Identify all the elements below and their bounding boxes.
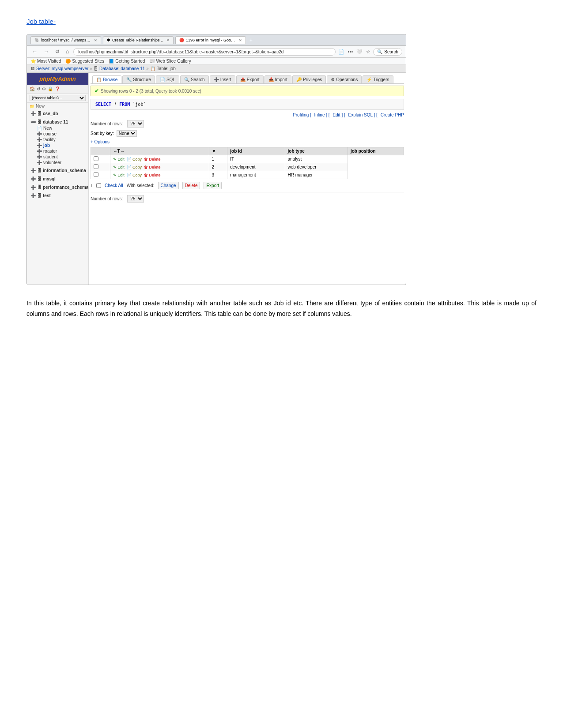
recent-tables-select[interactable]: (Recent tables)...	[30, 95, 86, 101]
col-sort[interactable]: ▼	[209, 147, 227, 155]
profiling-link[interactable]: Profiling	[293, 113, 309, 117]
star-icon[interactable]: ☆	[366, 49, 370, 55]
inline-link[interactable]: Inline	[314, 113, 325, 117]
tab-export[interactable]: 📤 Export	[236, 75, 264, 83]
home-button[interactable]: ⌂	[64, 48, 71, 56]
db-csv[interactable]: ➕ 🗄 csv_db	[27, 109, 88, 118]
db-table-job[interactable]: ➕ job	[35, 143, 87, 148]
bookmark-most-visited[interactable]: ⭐ Most Visited	[30, 59, 61, 64]
bottom-rows-select[interactable]: 25	[127, 195, 144, 203]
sidebar-lock-icon[interactable]: 🔒	[48, 86, 53, 91]
options-link[interactable]: + Options	[91, 139, 404, 144]
db-mysql-icon: 🗄	[37, 176, 42, 181]
menu-icon[interactable]: •••	[348, 49, 353, 54]
tab-browse[interactable]: 📋 Browse	[92, 75, 121, 83]
address-bar[interactable]	[73, 48, 336, 56]
edit-btn-2[interactable]: ✎ Edit	[113, 173, 125, 177]
db-table-course[interactable]: ➕ course	[35, 131, 87, 137]
sidebar-settings-icon[interactable]: ⚙	[42, 86, 46, 91]
sql-keyword-from: FROM	[119, 102, 130, 107]
db-performance[interactable]: ➕ 🗄 performance_schema	[27, 183, 88, 191]
edit-link[interactable]: Edit	[333, 113, 340, 117]
row-checkbox-2[interactable]	[91, 171, 110, 179]
tab-close-localhost[interactable]: ✕	[94, 38, 97, 42]
db-info-label: information_schema	[43, 168, 86, 173]
tab-sql[interactable]: 📄 SQL	[156, 75, 179, 83]
db-test[interactable]: ➕ 🗄 test	[27, 191, 88, 200]
delete-btn-2[interactable]: 🗑 Delete	[144, 173, 161, 177]
create-php-link[interactable]: Create PHP	[381, 113, 404, 117]
back-button[interactable]: ←	[30, 48, 39, 56]
tab-close-error[interactable]: ✕	[239, 38, 242, 42]
tab-label-error: 1196 error in mysql - Google S	[186, 38, 237, 42]
favorite-icon[interactable]: 🤍	[356, 49, 363, 55]
browser-search-box[interactable]: 🔍 Search	[373, 48, 402, 56]
db-database11-header[interactable]: ➖ 🗄 database 11	[29, 119, 87, 125]
tab-add-button[interactable]: +	[249, 37, 253, 43]
db-table-facility[interactable]: ➕ facility	[35, 137, 87, 143]
export-button[interactable]: Export	[204, 182, 222, 189]
breadcrumb-server-link[interactable]: Server: mysql.wampserver	[36, 66, 88, 71]
forward-button[interactable]: →	[42, 48, 51, 56]
bookmark-web-slice[interactable]: 📰 Web Slice Gallery	[149, 59, 191, 64]
breadcrumb-db-link[interactable]: Database: database 11	[99, 66, 145, 71]
tab-label-localhost: localhost / mysql / wampserver	[41, 38, 92, 42]
tab-localhost[interactable]: 🐘 localhost / mysql / wampserver ✕	[30, 36, 101, 44]
db-table-volunteer[interactable]: ➕ volunteer	[35, 160, 87, 165]
delete-btn-1[interactable]: 🗑 Delete	[144, 165, 161, 169]
bookmark-icon[interactable]: 📄	[338, 49, 344, 55]
tab-search[interactable]: 🔍 Search	[180, 75, 209, 83]
table-student-label: student	[43, 154, 58, 159]
db-csv-icon: 🗄	[37, 111, 42, 116]
db-mysql[interactable]: ➕ 🗄 mysql	[27, 175, 88, 183]
copy-btn-0[interactable]: 📄 Copy	[127, 157, 142, 161]
sidebar-help-icon[interactable]: ❓	[55, 86, 60, 91]
tab-import[interactable]: 📥 Import	[264, 75, 291, 83]
main-content: 📋 Browse 🔧 Structure 📄 SQL 🔍 Search ➕	[89, 73, 406, 285]
tab-structure[interactable]: 🔧 Structure	[122, 75, 155, 83]
row-checkbox-1[interactable]	[91, 163, 110, 171]
edit-btn-1[interactable]: ✎ Edit	[113, 165, 125, 169]
table-header-row: ←T→ ▼ job id job type job position	[91, 147, 404, 155]
breadcrumb-sep2: »	[146, 66, 149, 71]
privileges-icon: 🔑	[296, 77, 302, 82]
bookmark-getting-started[interactable]: 📘 Getting Started	[109, 59, 145, 64]
tab-insert[interactable]: ➕ Insert	[210, 75, 235, 83]
tab-privileges[interactable]: 🔑 Privileges	[292, 75, 326, 83]
db-table-new[interactable]: 📄 New	[35, 125, 87, 131]
copy-btn-2[interactable]: 📄 Copy	[127, 173, 142, 177]
db-info-schema[interactable]: ➕ 🗄 information_schema	[27, 166, 88, 175]
sort-select[interactable]: None	[117, 130, 137, 137]
table-row: ✎ Edit 📄 Copy 🗑 Delete 2 development web…	[91, 163, 404, 171]
delete-btn-0[interactable]: 🗑 Delete	[144, 157, 161, 161]
db-table-roaster[interactable]: ➕ roaster	[35, 148, 87, 154]
tab-close-create[interactable]: ✕	[166, 38, 170, 42]
sidebar-refresh-icon[interactable]: ↺	[37, 86, 40, 91]
tab-error[interactable]: 🔴 1196 error in mysql - Google S ✕	[175, 36, 246, 44]
table-new-icon: 📄	[37, 126, 42, 131]
check-all-checkbox[interactable]	[96, 183, 101, 188]
search-icon: 🔍	[377, 49, 382, 54]
edit-btn-0[interactable]: ✎ Edit	[113, 157, 125, 161]
row-checkbox-0[interactable]	[91, 155, 110, 163]
browse-icon: 📋	[96, 77, 102, 82]
col-job-id[interactable]: job id	[227, 147, 285, 155]
change-button[interactable]: Change	[158, 182, 179, 189]
sql-icon: 📄	[160, 77, 165, 82]
copy-btn-1[interactable]: 📄 Copy	[127, 165, 142, 169]
db-table-student[interactable]: ➕ student	[35, 154, 87, 160]
sidebar-home-icon[interactable]: 🏠	[30, 86, 35, 91]
rows-select[interactable]: 25	[127, 120, 144, 128]
sidebar-new-item[interactable]: 📁 New	[27, 103, 88, 109]
explain-sql-link[interactable]: Explain SQL	[348, 113, 373, 117]
breadcrumb-table: Table: job	[157, 66, 176, 71]
tab-triggers[interactable]: ⚡ Triggers	[363, 75, 393, 83]
col-job-position[interactable]: job position	[348, 147, 404, 155]
check-all-link[interactable]: Check All	[105, 183, 123, 188]
refresh-button[interactable]: ↺	[53, 48, 61, 56]
col-job-type[interactable]: job type	[285, 147, 348, 155]
tab-operations[interactable]: ⚙ Operations	[327, 75, 362, 83]
tab-create[interactable]: ✱ Create Table Relationships in M ✕	[103, 36, 174, 44]
bookmark-suggested[interactable]: 🟠 Suggested Sites	[65, 59, 104, 64]
delete-button[interactable]: Delete	[182, 182, 200, 189]
